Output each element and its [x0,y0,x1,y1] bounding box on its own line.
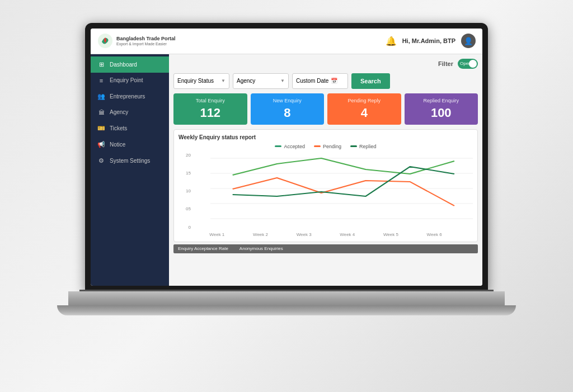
entrepreneurs-icon: 👥 [97,93,105,100]
accepted-dot [275,145,281,147]
user-avatar[interactable]: 👤 [461,34,476,48]
sidebar-item-label: Agency [110,109,128,115]
settings-icon: ⚙ [97,157,105,164]
logo-text: Bangladesh Trade Portal Export & Import … [116,36,176,46]
search-button[interactable]: Search [351,73,390,89]
bell-icon[interactable]: 🔔 [386,36,397,46]
replied-dot [350,145,357,147]
pending-reply-value: 4 [332,106,397,120]
chart-svg [179,153,473,231]
y-label-0: 0 [179,225,191,230]
week-5-label: Week 5 [383,232,398,237]
pending-label: Pending [323,144,341,149]
chart-legend: Accepted Pending Replied [179,144,473,149]
logo-subtitle: Export & Import Made Easier [116,42,176,46]
logo-section: Bangladesh Trade Portal Export & Import … [97,33,176,49]
sidebar-item-notice[interactable]: 📢 Notice [91,136,169,153]
sidebar-item-tickets[interactable]: 🎫 Tickets [91,120,169,136]
replied-enquiry-label: Replied Enquiry [409,98,474,103]
screen-bezel: Bangladesh Trade Portal Export & Import … [85,23,488,291]
chart-container: Weekly Enquiry status report Accepted Pe… [173,129,478,242]
logo-title: Bangladesh Trade Portal [116,36,176,42]
sidebar-item-system-settings[interactable]: ⚙ System Settings [91,153,169,169]
enquiry-status-label: Enquiry Status [177,78,214,84]
agency-select[interactable]: Agency ▼ [233,73,289,89]
total-enquiry-label: Total Enquiry [178,98,243,103]
total-enquiry-card: Total Enquiry 112 [173,93,247,125]
dashboard-icon: ⊞ [97,61,105,68]
laptop-base [68,291,505,307]
sidebar-item-label: Notice [110,141,125,148]
legend-accepted: Accepted [275,144,305,149]
filter-label: Filter [438,60,453,67]
sidebar-item-label: Entrepreneurs [110,93,145,100]
y-label-10: 10 [179,188,191,193]
tickets-icon: 🎫 [97,125,105,132]
sidebar-item-label: System Settings [110,158,150,164]
y-label-20: 20 [179,153,191,158]
sidebar: ⊞ Dashboard ≡ Enquiry Point 👥 Entreprene… [91,54,169,286]
date-picker[interactable]: Custom Date 📅 [292,73,348,89]
pending-dot [314,145,321,147]
agency-icon: 🏛 [97,109,105,116]
content-area: Filter Open Enquiry Status ▼ A [169,54,482,286]
dropdown-arrow-2-icon: ▼ [280,78,285,83]
week-6-label: Week 6 [427,232,442,237]
laptop-bottom [57,305,516,315]
dropdown-arrow-icon: ▼ [221,78,226,83]
toggle-knob [469,60,477,68]
new-enquiry-value: 8 [255,106,320,120]
week-2-label: Week 2 [253,232,268,237]
agency-label: Agency [237,78,255,84]
bottom-bar: Enquiry Acceptance Rate Anonymous Enquir… [173,244,478,253]
main-layout: ⊞ Dashboard ≡ Enquiry Point 👥 Entreprene… [91,54,482,286]
date-label: Custom Date [296,78,328,84]
laptop-container: Bangladesh Trade Portal Export & Import … [68,23,505,370]
user-greeting: Hi, Mr.Admin, BTP [402,37,455,44]
top-header: Bangladesh Trade Portal Export & Import … [91,29,482,54]
calendar-icon: 📅 [331,78,337,84]
notice-icon: 📢 [97,141,105,148]
sidebar-item-agency[interactable]: 🏛 Agency [91,105,169,120]
logo-icon [97,33,113,49]
screen: Bangladesh Trade Portal Export & Import … [91,29,482,286]
bottom-bar-left: Enquiry Acceptance Rate [178,246,228,251]
y-axis: 20 15 10 05 0 [179,153,191,231]
bottom-bar-right: Anonymous Enquiries [239,246,283,251]
accepted-label: Accepted [284,144,305,149]
replied-label: Replied [359,144,377,149]
week-labels: Week 1 Week 2 Week 3 Week 4 Week 5 Week … [179,232,473,237]
header-right: 🔔 Hi, Mr.Admin, BTP 👤 [386,34,476,48]
week-4-label: Week 4 [340,232,355,237]
replied-enquiry-value: 100 [409,106,474,120]
sidebar-item-entrepreneurs[interactable]: 👥 Entrepreneurs [91,88,169,105]
sidebar-item-enquiry-point[interactable]: ≡ Enquiry Point [91,73,169,88]
legend-replied: Replied [350,144,377,149]
filter-toggle[interactable]: Open [458,59,478,69]
week-3-label: Week 3 [297,232,312,237]
filters-row: Enquiry Status ▼ Agency ▼ Custom Date 📅 … [173,73,478,89]
week-1-label: Week 1 [209,232,224,237]
new-enquiry-card: New Enquiry 8 [251,93,325,125]
sidebar-item-label: Enquiry Point [110,77,143,83]
pending-reply-card: Pending Reply 4 [327,93,401,125]
total-enquiry-value: 112 [178,106,243,120]
pending-reply-label: Pending Reply [332,98,397,103]
chart-title: Weekly Enquiry status report [179,134,473,140]
y-label-05: 05 [179,206,191,211]
y-label-15: 15 [179,171,191,176]
sidebar-item-dashboard[interactable]: ⊞ Dashboard [91,56,169,73]
chart-area: 20 15 10 05 0 [179,153,473,231]
new-enquiry-label: New Enquiry [255,98,320,103]
enquiry-icon: ≡ [97,77,105,84]
sidebar-item-label: Tickets [110,125,127,131]
filter-row: Filter Open [173,59,478,69]
replied-enquiry-card: Replied Enquiry 100 [405,93,478,125]
legend-pending: Pending [314,144,341,149]
sidebar-item-label: Dashboard [110,62,137,68]
enquiry-status-select[interactable]: Enquiry Status ▼ [173,73,229,89]
stats-row: Total Enquiry 112 New Enquiry 8 Pending … [173,93,478,125]
